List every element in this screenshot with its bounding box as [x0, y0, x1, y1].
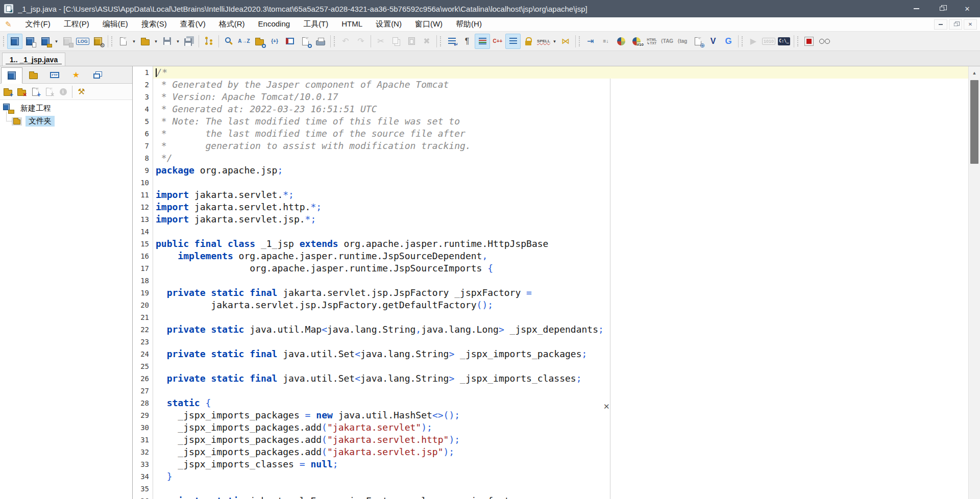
code-line-28[interactable]: 28 static { — [133, 397, 968, 409]
code-line-6[interactable]: 6 * the last modified time of the source… — [133, 128, 968, 140]
sort-button[interactable]: ≡↓ — [598, 34, 614, 49]
indent-button[interactable]: ⇥ — [583, 34, 598, 49]
menu-item-10[interactable]: 窗口(W) — [408, 18, 449, 31]
code-line-9[interactable]: 9package org.apache.jsp; — [133, 164, 968, 177]
uppercase-tag-button[interactable]: ⟨TAG — [659, 34, 675, 49]
save-all-button[interactable] — [181, 34, 197, 49]
remove-file-button[interactable]: ✕ — [42, 85, 56, 98]
code-line-18[interactable]: 18 — [133, 275, 968, 287]
encoding-chart-button[interactable] — [614, 34, 629, 49]
vertical-scrollbar[interactable]: ▲ — [968, 66, 980, 499]
code-line-25[interactable]: 25 — [133, 360, 968, 372]
replace-button[interactable]: A→Z — [236, 34, 252, 49]
read-only-lock-button[interactable] — [521, 34, 536, 49]
menu-item-4[interactable]: 查看(V) — [174, 18, 212, 31]
line-numbers-button[interactable] — [505, 34, 521, 49]
hex-viewer-button[interactable]: 1010 — [761, 34, 776, 49]
code-line-8[interactable]: 8 */ — [133, 152, 968, 164]
pin-document-button[interactable]: ⋈ — [558, 34, 573, 49]
code-line-17[interactable]: 17 org.apache.jasper.runtime.JspSourceIm… — [133, 262, 968, 275]
code-line-5[interactable]: 5 * Note: The last modified time of this… — [133, 115, 968, 128]
tree-item-new-project[interactable]: 新建工程 — [3, 102, 132, 115]
document-close-button[interactable]: ✕ — [964, 19, 977, 30]
document-minimize-button[interactable] — [934, 19, 947, 30]
undo-button[interactable]: ↶ — [338, 34, 353, 49]
code-line-15[interactable]: 15public final class _1_jsp extends org.… — [133, 238, 968, 250]
copy-button[interactable] — [388, 34, 404, 49]
record-macro-button[interactable] — [801, 34, 817, 49]
lowercase-tag-button[interactable]: ⟨tag — [675, 34, 690, 49]
code-line-24[interactable]: 24 private static final java.util.Set<ja… — [133, 348, 968, 360]
paragraph-marks-button[interactable]: ¶ — [459, 34, 475, 49]
menu-item-5[interactable]: 格式(R) — [212, 18, 252, 31]
code-line-26[interactable]: 26 private static final java.util.Set<ja… — [133, 372, 968, 385]
directory-panel-tab[interactable] — [22, 67, 44, 83]
cliptext-panel-tab[interactable]: ★ — [65, 67, 87, 83]
html-to-text-button[interactable]: HTML↳TXT — [644, 34, 659, 49]
code-line-27[interactable]: 27 — [133, 385, 968, 397]
code-line-16[interactable]: 16 implements org.apache.jasper.runtime.… — [133, 250, 968, 262]
code-line-12[interactable]: 12import jakarta.servlet.http.*; — [133, 201, 968, 213]
menu-item-8[interactable]: HTML — [335, 18, 369, 31]
paste-button[interactable] — [404, 34, 419, 49]
code-line-32[interactable]: 32 _jspx_imports_packages.add("jakarta.s… — [133, 446, 968, 458]
code-line-13[interactable]: 13import jakarta.servlet.jsp.*; — [133, 213, 968, 226]
window-minimize-button[interactable] — [903, 0, 929, 17]
cpp-syntax-button[interactable]: C++ — [490, 34, 505, 49]
code-line-19[interactable]: 19 private static final jakarta.servlet.… — [133, 287, 968, 299]
spell-check-button[interactable]: SPELL — [536, 34, 551, 49]
document-restore-button[interactable] — [949, 19, 962, 30]
google-search-button[interactable]: G — [721, 34, 736, 49]
code-line-31[interactable]: 31 _jspx_imports_packages.add("jakarta.s… — [133, 434, 968, 446]
code-line-21[interactable]: 21 — [133, 311, 968, 323]
menu-item-0[interactable]: 文件(F) — [19, 18, 57, 31]
redo-button[interactable]: ↷ — [353, 34, 369, 49]
new-document-button[interactable] — [115, 34, 131, 49]
file-hierarchy-button[interactable] — [201, 34, 216, 49]
new-document-dropdown[interactable]: ▾ — [131, 34, 137, 49]
window-close-button[interactable]: ✕ — [954, 0, 980, 17]
code-line-3[interactable]: 3 * Version: Apache Tomcat/10.0.17 — [133, 91, 968, 103]
code-line-11[interactable]: 11import jakarta.servlet.*; — [133, 189, 968, 201]
cliptext-book-button[interactable] — [282, 34, 298, 49]
tree-item-folder[interactable]: 文件夹 — [11, 115, 132, 128]
menu-item-11[interactable]: 帮助(H) — [449, 18, 488, 31]
open-file-dropdown[interactable]: ▾ — [153, 34, 159, 49]
code-line-22[interactable]: 22 private static java.util.Map<java.lan… — [133, 323, 968, 336]
document-tab[interactable]: 1.. _1_jsp.java — [2, 53, 65, 66]
add-file-button[interactable]: + — [29, 85, 42, 98]
code-line-7[interactable]: 7 * generation to assist with modificati… — [133, 140, 968, 152]
code-line-29[interactable]: 29 _jspx_imports_packages = new java.uti… — [133, 409, 968, 421]
word-wrap-button[interactable] — [444, 34, 459, 49]
ftp-panel-tab[interactable]: FTP — [44, 67, 65, 83]
code-line-14[interactable]: 14 — [133, 226, 968, 238]
delete-button[interactable]: ✖ — [419, 34, 434, 49]
project-menu-dropdown[interactable]: ▾ — [53, 34, 60, 49]
open-files-panel-tab[interactable] — [87, 67, 108, 83]
encoding-chart-decimal-button[interactable]: #10 — [629, 34, 644, 49]
add-file-to-project-button[interactable] — [22, 34, 38, 49]
code-line-1[interactable]: 1/* — [133, 66, 968, 79]
window-restore-button[interactable] — [929, 0, 954, 17]
scroll-up-arrow[interactable]: ▲ — [969, 66, 980, 80]
menu-item-7[interactable]: 工具(T) — [297, 18, 335, 31]
print-preview-button[interactable] — [298, 34, 313, 49]
project-tools-button[interactable]: ⚒ — [75, 85, 88, 98]
scrollbar-thumb[interactable] — [970, 80, 978, 164]
log-window-button[interactable]: LOG — [75, 34, 90, 49]
spell-check-dropdown[interactable]: ▾ — [551, 34, 558, 49]
code-line-20[interactable]: 20 jakarta.servlet.jsp.JspFactory.getDef… — [133, 299, 968, 311]
add-folder-to-project-button[interactable] — [38, 34, 53, 49]
code-line-34[interactable]: 34 } — [133, 470, 968, 483]
find-button[interactable] — [221, 34, 236, 49]
menu-item-3[interactable]: 搜索(S) — [135, 18, 174, 31]
save-button[interactable] — [159, 34, 175, 49]
add-project-button[interactable]: + — [1, 85, 15, 98]
project-panel-tab[interactable] — [1, 67, 22, 84]
menu-item-2[interactable]: 编辑(E) — [96, 18, 135, 31]
menu-item-9[interactable]: 设置(N) — [369, 18, 408, 31]
syntax-highlighting-button[interactable] — [475, 34, 490, 49]
command-prompt-button[interactable]: C:\_ — [776, 34, 792, 49]
code-line-30[interactable]: 30 _jspx_imports_packages.add("jakarta.s… — [133, 421, 968, 434]
project-settings-button[interactable]: ⚙ — [90, 34, 106, 49]
